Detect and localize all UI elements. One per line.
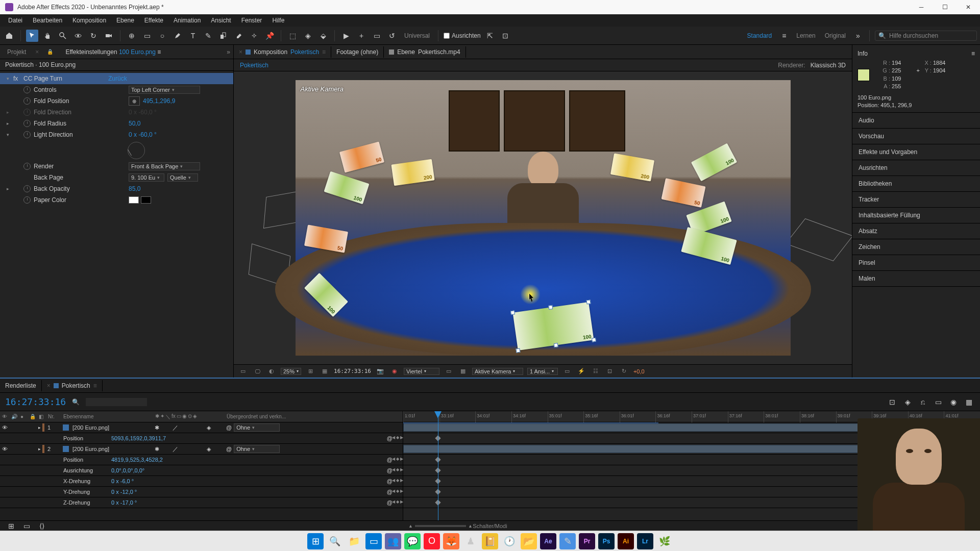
anchor-tool-icon[interactable]: ⊕ xyxy=(126,30,138,42)
layer-row[interactable]: 👁 ▸ 1 [200 Euro.png] ✱／◈ @Ohne xyxy=(0,422,403,433)
back-opacity-stopwatch[interactable] xyxy=(23,185,31,192)
taskbar-ai-icon[interactable]: Ai xyxy=(618,533,634,549)
taskbar-ps-icon[interactable]: Ps xyxy=(598,533,615,549)
selection-handle[interactable] xyxy=(591,338,596,342)
toggle-switches-icon[interactable]: ⊞ xyxy=(5,520,17,532)
layer-name[interactable]: [200 Euro.png] xyxy=(72,424,109,431)
parent-header[interactable]: Übergeordnet und verkn... xyxy=(225,414,403,419)
info-panel-title[interactable]: Info xyxy=(857,50,868,57)
home-tool-icon[interactable] xyxy=(3,30,15,42)
comp-mini-flowchart-icon[interactable]: ⊡ xyxy=(886,396,898,408)
fold-rad-stopwatch[interactable] xyxy=(23,120,31,127)
eye-toggle-icon[interactable]: 👁 xyxy=(2,424,8,431)
brush-tool-icon[interactable]: ✎ xyxy=(202,30,214,42)
panel-menu-icon[interactable]: ≡ xyxy=(971,50,975,57)
keyframe-nav[interactable]: ◀ ◆ ▶ xyxy=(392,489,403,493)
selection-handle[interactable] xyxy=(516,348,520,353)
guide-icon[interactable]: ▦ xyxy=(320,367,330,376)
panel-zeichen[interactable]: Zeichen xyxy=(852,239,980,255)
rect-tool-icon[interactable]: ▭ xyxy=(141,30,153,42)
exposure-value[interactable]: +0,0 xyxy=(633,368,645,374)
tab-projekt[interactable]: Projekt xyxy=(3,46,30,58)
camera-select[interactable]: Aktive Kamera xyxy=(472,368,523,375)
tab-ebene[interactable]: Ebene Pokertisch.mp4 xyxy=(384,46,465,58)
menu-komposition[interactable]: Komposition xyxy=(67,15,111,26)
position-picker-icon[interactable]: ⊕ xyxy=(129,96,140,106)
workspace-menu-icon[interactable]: ≡ xyxy=(778,30,790,42)
3d-switch-icon[interactable]: ◈ xyxy=(207,446,211,453)
zoom-select[interactable]: 25% xyxy=(281,368,301,375)
layer-row[interactable]: 👁 ▸ 2 [200 Euro.png] ✱／◈ @Ohne xyxy=(0,444,403,455)
label-header-icon[interactable]: ◧ xyxy=(37,414,46,419)
taskbar-lr-icon[interactable]: Lr xyxy=(637,533,653,549)
prop-value[interactable]: 0 x -17,0 ° xyxy=(111,499,213,506)
playhead[interactable] xyxy=(438,411,438,520)
tab-effekteinstellungen[interactable]: Effekteinstellungen 100 Euro.png ≡ xyxy=(61,46,165,58)
layer-twisty[interactable]: ▸ xyxy=(38,446,41,452)
keyframe-nav[interactable]: ◀ ◆ ▶ xyxy=(392,478,403,483)
fold-dir-twisty[interactable]: ▸ xyxy=(5,110,10,115)
fold-dir-stopwatch[interactable] xyxy=(23,109,31,116)
maximize-button[interactable]: ☐ xyxy=(933,0,957,14)
selection-handle[interactable] xyxy=(586,299,591,304)
mask-icon[interactable]: ◐ xyxy=(266,367,277,376)
tab-footage[interactable]: Footage (ohne) xyxy=(331,46,384,58)
taskbar-app-icon[interactable]: ♟ xyxy=(462,533,479,549)
magnify-icon[interactable]: ▭ xyxy=(238,367,248,376)
zoom-out-icon[interactable]: ▲ xyxy=(408,523,413,529)
light-dir-twisty[interactable]: ▾ xyxy=(5,132,10,137)
clone-tool-icon[interactable] xyxy=(217,30,230,42)
eye-header-icon[interactable]: 👁 xyxy=(0,414,9,419)
fold-pos-stopwatch[interactable] xyxy=(23,97,31,105)
menu-bearbeiten[interactable]: Bearbeiten xyxy=(28,15,67,26)
menu-datei[interactable]: Datei xyxy=(3,15,28,26)
taskbar-explorer-icon[interactable]: 📁 xyxy=(346,533,362,549)
prop-value[interactable]: 0 x -12,0 ° xyxy=(111,489,213,495)
prop-value[interactable]: 0 x -6,0 ° xyxy=(111,478,213,484)
grid-icon[interactable]: ⊞ xyxy=(305,367,315,376)
layer-name[interactable]: [200 Euro.png] xyxy=(72,446,109,452)
prop-value[interactable]: 5093,6,1592,0,3911,7 xyxy=(111,435,213,441)
keyframe-nav[interactable]: ◀ ◆ ▶ xyxy=(392,457,403,461)
start-button[interactable]: ⊞ xyxy=(307,533,324,549)
hand-tool-icon[interactable] xyxy=(41,30,54,42)
panel-audio[interactable]: Audio xyxy=(852,113,980,129)
selection-tool-icon[interactable] xyxy=(26,30,38,42)
convert-vertex-icon[interactable]: ▭ xyxy=(371,30,383,42)
views-select[interactable]: 1 Ansi... xyxy=(527,368,558,375)
panel-fuellung[interactable]: Inhaltsbasierte Füllung xyxy=(852,208,980,223)
layer-twisty[interactable]: ▸ xyxy=(38,425,41,430)
fold-position-value[interactable]: 495,1,296,9 xyxy=(143,97,175,105)
name-header[interactable]: Ebenenname xyxy=(61,414,153,419)
snap-opt2-icon[interactable]: ⊡ xyxy=(499,30,511,42)
keyframe-nav[interactable]: ◀ ◆ ▶ xyxy=(392,435,403,440)
zoom-tool-icon[interactable] xyxy=(57,30,69,42)
selection-mode-icon[interactable]: ▶ xyxy=(340,30,352,42)
timeline-timecode[interactable]: 16:27:33:16 xyxy=(5,396,66,407)
eye-toggle-icon[interactable]: 👁 xyxy=(2,445,8,453)
transparency-icon[interactable]: ▩ xyxy=(458,367,468,376)
flowchart-icon[interactable]: ⊡ xyxy=(605,367,615,376)
workspace-lernen[interactable]: Lernen xyxy=(793,32,818,39)
menu-effekte[interactable]: Effekte xyxy=(139,15,168,26)
tab-lock-icon[interactable]: 🔒 xyxy=(44,46,56,58)
selection-handle[interactable] xyxy=(553,343,558,347)
3d-world-icon[interactable]: ◈ xyxy=(302,30,314,42)
orbit-tool-icon[interactable] xyxy=(72,30,84,42)
menu-hilfe[interactable]: Hilfe xyxy=(267,15,289,26)
snapshot-icon[interactable]: 📷 xyxy=(375,367,385,376)
keyframe-nav[interactable]: ◀ ◆ ▶ xyxy=(392,499,403,504)
paper-color-stopwatch[interactable] xyxy=(23,196,31,204)
close-button[interactable]: ✕ xyxy=(957,0,980,14)
timeline-zoom-slider[interactable] xyxy=(415,525,466,527)
paper-color-swatch[interactable] xyxy=(129,196,139,204)
audio-header-icon[interactable]: 🔊 xyxy=(9,414,18,419)
tab-composition[interactable]: × Komposition Pokertisch ≡ xyxy=(234,46,331,58)
parent-select[interactable]: Ohne xyxy=(234,445,280,453)
panel-bibliotheken[interactable]: Bibliotheken xyxy=(852,176,980,192)
snap-opt-icon[interactable]: ⇱ xyxy=(484,30,496,42)
pixel-aspect-icon[interactable]: ▭ xyxy=(562,367,572,376)
panel-tracker[interactable]: Tracker xyxy=(852,192,980,208)
panel-malen[interactable]: Malen xyxy=(852,271,980,287)
footer-timecode[interactable]: 16:27:33:16 xyxy=(334,368,371,374)
